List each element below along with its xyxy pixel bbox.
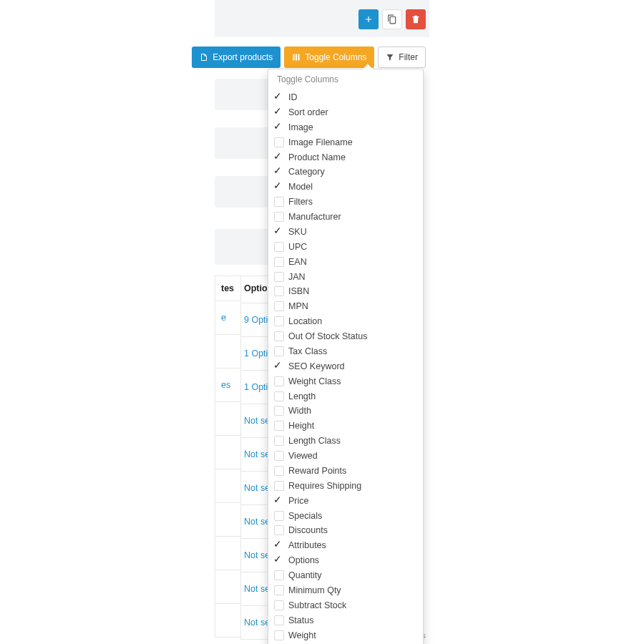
toggle-column-label: Minimum Qty bbox=[288, 585, 341, 597]
toggle-column-checkbox[interactable] bbox=[274, 525, 284, 535]
toggle-column-checkbox[interactable] bbox=[274, 122, 284, 132]
attributes-link[interactable]: e bbox=[221, 313, 226, 323]
toggle-column-item[interactable]: Discounts bbox=[274, 523, 416, 538]
toggle-column-item[interactable]: Tax Class bbox=[274, 344, 416, 359]
toggle-column-item[interactable]: Weight bbox=[274, 628, 416, 643]
toggle-column-checkbox[interactable] bbox=[274, 361, 284, 371]
toggle-column-item[interactable]: Price bbox=[274, 494, 416, 509]
toggle-column-checkbox[interactable] bbox=[274, 346, 284, 356]
toggle-column-checkbox[interactable] bbox=[274, 376, 284, 386]
toggle-column-item[interactable]: UPC bbox=[274, 240, 416, 255]
toggle-column-checkbox[interactable] bbox=[274, 227, 284, 237]
toggle-column-label: MPN bbox=[288, 301, 308, 313]
toggle-column-item[interactable]: Category bbox=[274, 165, 416, 180]
toggle-column-checkbox[interactable] bbox=[274, 92, 284, 102]
toggle-column-checkbox[interactable] bbox=[274, 316, 284, 326]
toggle-column-item[interactable]: Image bbox=[274, 120, 416, 135]
toggle-column-checkbox[interactable] bbox=[274, 511, 284, 521]
toggle-column-item[interactable]: ID bbox=[274, 90, 416, 105]
toggle-column-item[interactable]: MPN bbox=[274, 299, 416, 314]
toggle-column-checkbox[interactable] bbox=[274, 301, 284, 311]
toggle-column-checkbox[interactable] bbox=[274, 137, 284, 147]
toggle-column-checkbox[interactable] bbox=[274, 197, 284, 207]
toggle-column-checkbox[interactable] bbox=[274, 421, 284, 431]
toggle-columns-label: Toggle Columns bbox=[305, 52, 366, 62]
toggle-column-item[interactable]: Minimum Qty bbox=[274, 583, 416, 598]
toggle-column-item[interactable]: Options bbox=[274, 553, 416, 568]
toggle-column-label: Width bbox=[288, 405, 311, 417]
delete-button[interactable] bbox=[406, 9, 426, 29]
toggle-column-checkbox[interactable] bbox=[274, 630, 284, 640]
toggle-column-item[interactable]: ISBN bbox=[274, 284, 416, 299]
attributes-link[interactable]: es bbox=[221, 380, 230, 390]
toggle-column-item[interactable]: Image Filename bbox=[274, 135, 416, 150]
toggle-column-item[interactable]: Requires Shipping bbox=[274, 479, 416, 494]
toggle-column-item[interactable]: Attributes bbox=[274, 538, 416, 553]
toggle-column-checkbox[interactable] bbox=[274, 242, 284, 252]
toggle-column-checkbox[interactable] bbox=[274, 152, 284, 162]
toggle-column-item[interactable]: Out Of Stock Status bbox=[274, 329, 416, 344]
toggle-column-checkbox[interactable] bbox=[274, 615, 284, 625]
toggle-column-label: JAN bbox=[288, 271, 306, 283]
toggle-column-label: Quantity bbox=[288, 570, 322, 582]
toggle-column-checkbox[interactable] bbox=[274, 391, 284, 401]
toggle-column-checkbox[interactable] bbox=[274, 496, 284, 506]
toggle-column-label: Product Name bbox=[288, 152, 346, 164]
toggle-column-label: Requires Shipping bbox=[288, 480, 361, 492]
toggle-column-item[interactable]: Sort order bbox=[274, 105, 416, 120]
toggle-column-checkbox[interactable] bbox=[274, 167, 284, 177]
copy-icon bbox=[387, 14, 397, 24]
toggle-column-checkbox[interactable] bbox=[274, 257, 284, 267]
toggle-column-item[interactable]: Weight Class bbox=[274, 374, 416, 389]
toggle-column-checkbox[interactable] bbox=[274, 600, 284, 610]
toggle-columns-button[interactable]: Toggle Columns bbox=[284, 47, 374, 68]
toggle-column-item[interactable]: Quantity bbox=[274, 568, 416, 583]
toggle-column-item[interactable]: Reward Points bbox=[274, 464, 416, 479]
toggle-column-item[interactable]: Length bbox=[274, 389, 416, 404]
toggle-column-checkbox[interactable] bbox=[274, 451, 284, 461]
toggle-column-item[interactable]: Subtract Stock bbox=[274, 598, 416, 613]
toggle-column-label: Weight bbox=[288, 630, 316, 642]
toggle-column-item[interactable]: JAN bbox=[274, 270, 416, 285]
toggle-column-checkbox[interactable] bbox=[274, 540, 284, 550]
trash-icon bbox=[411, 14, 421, 24]
toggle-column-item[interactable]: SKU bbox=[274, 225, 416, 240]
toggle-column-item[interactable]: Width bbox=[274, 404, 416, 419]
toggle-column-label: Sort order bbox=[288, 107, 328, 119]
toggle-column-item[interactable]: Viewed bbox=[274, 449, 416, 464]
toggle-column-item[interactable]: Status bbox=[274, 613, 416, 628]
toggle-column-checkbox[interactable] bbox=[274, 555, 284, 565]
toggle-column-checkbox[interactable] bbox=[274, 481, 284, 491]
toggle-column-checkbox[interactable] bbox=[274, 331, 284, 341]
toggle-column-item[interactable]: Location bbox=[274, 314, 416, 329]
toggle-column-label: Attributes bbox=[288, 540, 326, 552]
export-products-label: Export products bbox=[213, 52, 273, 62]
export-products-button[interactable]: Export products bbox=[192, 47, 280, 68]
toggle-column-checkbox[interactable] bbox=[274, 585, 284, 595]
toggle-column-label: Height bbox=[288, 420, 314, 432]
toggle-column-item[interactable]: SEO Keyword bbox=[274, 359, 416, 374]
toggle-column-checkbox[interactable] bbox=[274, 436, 284, 446]
toggle-column-item[interactable]: Product Name bbox=[274, 150, 416, 165]
toggle-column-label: Filters bbox=[288, 196, 313, 208]
add-button[interactable] bbox=[358, 9, 379, 29]
toggle-column-checkbox[interactable] bbox=[274, 107, 284, 117]
toggle-column-item[interactable]: Model bbox=[274, 180, 416, 195]
toggle-column-checkbox[interactable] bbox=[274, 466, 284, 476]
toggle-column-checkbox[interactable] bbox=[274, 286, 284, 296]
copy-button[interactable] bbox=[382, 9, 402, 29]
toggle-column-checkbox[interactable] bbox=[274, 272, 284, 282]
toggle-column-checkbox[interactable] bbox=[274, 212, 284, 222]
toggle-column-checkbox[interactable] bbox=[274, 570, 284, 580]
toggle-column-checkbox[interactable] bbox=[274, 182, 284, 192]
toggle-column-item[interactable]: Length Class bbox=[274, 434, 416, 449]
toggle-column-item[interactable]: Specials bbox=[274, 509, 416, 524]
toggle-column-checkbox[interactable] bbox=[274, 406, 284, 416]
products-table-fragment-options: Options 9 Options1 Option1 OptionNot set… bbox=[240, 275, 269, 640]
toggle-column-item[interactable]: Height bbox=[274, 419, 416, 434]
filter-button[interactable]: Filter bbox=[378, 47, 426, 68]
toggle-column-item[interactable]: EAN bbox=[274, 255, 416, 270]
toggle-column-item[interactable]: Manufacturer bbox=[274, 210, 416, 225]
toggle-column-item[interactable]: Filters bbox=[274, 195, 416, 210]
export-icon bbox=[200, 53, 208, 62]
